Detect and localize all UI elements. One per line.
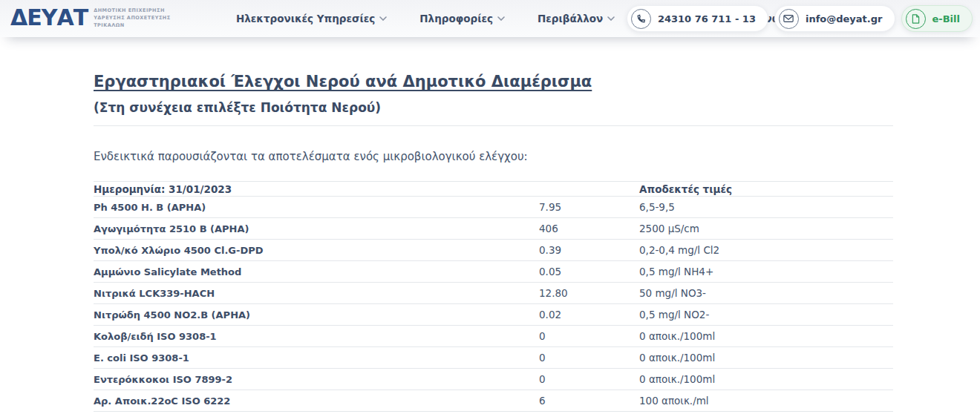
brand-logo[interactable]: ΔΕΥΑΤ ΔΗΜΟΤΙΚΗ ΕΠΙΧΕΙΡΗΣΗ ΥΔΡΕΥΣΗΣ ΑΠΟΧΕ…: [10, 7, 171, 30]
ebill-button[interactable]: e-Bill: [901, 5, 973, 32]
measured-value: 6: [539, 395, 639, 407]
accepted-value: 2500 μS/cm: [639, 223, 893, 234]
accepted-value: 0,5 mg/l NH4+: [639, 266, 893, 277]
table-body: Ph 4500 H. B (APHA) 7.95 6,5-9,5 Αγωγιμό…: [94, 197, 893, 414]
ebill-document-icon: [906, 9, 926, 29]
table-row[interactable]: Ph 4500 H. B (APHA) 7.95 6,5-9,5: [94, 197, 893, 218]
accepted-value: 0 αποικ./100ml: [639, 330, 893, 342]
table-row[interactable]: Εντερόκκοκοι ISO 7899-2 0 0 αποικ./100ml: [94, 369, 893, 390]
measured-value: 0.05: [539, 266, 639, 277]
parameter-name: Αρ. Αποικ.22οC ISO 6222: [94, 395, 539, 407]
parameter-name: Υπολ/κό Χλώριο 4500 Cl.G-DPD: [94, 245, 539, 256]
phone-number: 24310 76 711 - 13: [658, 13, 756, 24]
measured-value: 7.95: [539, 201, 639, 213]
table-header-row: Ημερομηνία: 31/01/2023 Αποδεκτές τιμές: [94, 181, 893, 197]
parameter-name: Νιτρικά LCK339-HACH: [94, 288, 539, 299]
phone-icon: [631, 9, 651, 29]
parameter-name: Εντερόκκοκοι ISO 7899-2: [94, 374, 539, 385]
accepted-value: 50 mg/l NO3-: [639, 287, 893, 299]
table-row[interactable]: Νιτρικά LCK339-HACH 12.80 50 mg/l NO3-: [94, 283, 893, 304]
date-header: Ημερομηνία: 31/01/2023: [94, 183, 539, 195]
logo-wordmark: ΔΕΥΑΤ: [10, 7, 88, 29]
parameter-name: E. coli ISO 9308-1: [94, 352, 539, 364]
accepted-value: 100 αποικ./ml: [639, 395, 893, 407]
nav-item[interactable]: Περιβάλλον: [538, 13, 615, 24]
phone-button[interactable]: 24310 76 711 - 13: [627, 5, 768, 32]
parameter-name: Νιτρώδη 4500 NO2.B (APHA): [94, 309, 539, 321]
measured-value: 0.02: [539, 309, 639, 321]
accepted-value: 0 αποικ./100ml: [639, 352, 893, 364]
table-row[interactable]: Αρ. Αποικ.22οC ISO 6222 6 100 αποικ./ml: [94, 390, 893, 412]
divider: [94, 125, 893, 126]
email-button[interactable]: info@deyat.gr: [774, 5, 895, 32]
top-header: ΔΕΥΑΤ ΔΗΜΟΤΙΚΗ ΕΠΙΧΕΙΡΗΣΗ ΥΔΡΕΥΣΗΣ ΑΠΟΧΕ…: [0, 0, 980, 37]
table-row[interactable]: Υπολ/κό Χλώριο 4500 Cl.G-DPD 0.39 0,2-0,…: [94, 240, 893, 261]
nav-item[interactable]: Πληροφορίες: [419, 13, 505, 24]
page-title[interactable]: Εργαστηριακοί Έλεγχοι Νερού ανά Δημοτικό…: [94, 73, 893, 91]
accepted-value: 0,2-0,4 mg/l Cl2: [639, 244, 893, 256]
table-row[interactable]: E. coli ISO 9308-1 0 0 αποικ./100ml: [94, 347, 893, 369]
page-content: Εργαστηριακοί Έλεγχοι Νερού ανά Δημοτικό…: [0, 37, 893, 414]
intro-text: Ενδεικτικά παρουσιάζονται τα αποτελέσματ…: [94, 150, 893, 163]
header-contact-area: 24310 76 711 - 13 info@deyat.gr e-Bill: [627, 5, 973, 32]
measured-value: 406: [539, 223, 639, 234]
accepted-value: 0 αποικ./100ml: [639, 373, 893, 385]
results-table: Ημερομηνία: 31/01/2023 Αποδεκτές τιμές P…: [94, 181, 893, 414]
accepted-value: 6,5-9,5: [639, 201, 893, 213]
table-row[interactable]: Κολοβ/ειδή ISO 9308-1 0 0 αποικ./100ml: [94, 326, 893, 347]
chevron-down-icon: [607, 16, 615, 21]
chevron-down-icon: [379, 16, 387, 21]
measured-value: 0: [539, 373, 639, 385]
accepted-value: 0,5 mg/l NO2-: [639, 309, 893, 321]
measured-value: 0: [539, 330, 639, 342]
measured-value: 0.39: [539, 244, 639, 256]
measured-value: 12.80: [539, 287, 639, 299]
page-subtitle: (Στη συνέχεια επιλέξτε Ποιότητα Νερού): [94, 100, 893, 115]
email-address: info@deyat.gr: [806, 13, 883, 24]
table-row[interactable]: Αγωγιμότητα 2510 B (APHA) 406 2500 μS/cm: [94, 218, 893, 240]
parameter-name: Αγωγιμότητα 2510 B (APHA): [94, 223, 539, 234]
table-row[interactable]: Αμμώνιο Salicylate Method 0.05 0,5 mg/l …: [94, 261, 893, 283]
logo-descriptor: ΔΗΜΟΤΙΚΗ ΕΠΙΧΕΙΡΗΣΗ ΥΔΡΕΥΣΗΣ ΑΠΟΧΕΤΕΥΣΗΣ…: [94, 7, 171, 29]
mail-icon: [779, 9, 799, 29]
ebill-label: e-Bill: [932, 13, 961, 24]
chevron-down-icon: [497, 16, 505, 21]
table-row[interactable]: Νιτρώδη 4500 NO2.B (APHA) 0.02 0,5 mg/l …: [94, 304, 893, 326]
parameter-name: Ph 4500 H. B (APHA): [94, 202, 539, 213]
accepted-values-header: Αποδεκτές τιμές: [639, 183, 893, 195]
parameter-name: Αμμώνιο Salicylate Method: [94, 266, 539, 277]
measured-value: 0: [539, 352, 639, 364]
parameter-name: Κολοβ/ειδή ISO 9308-1: [94, 331, 539, 342]
nav-item[interactable]: Ηλεκτρονικές Υπηρεσίες: [236, 13, 387, 24]
